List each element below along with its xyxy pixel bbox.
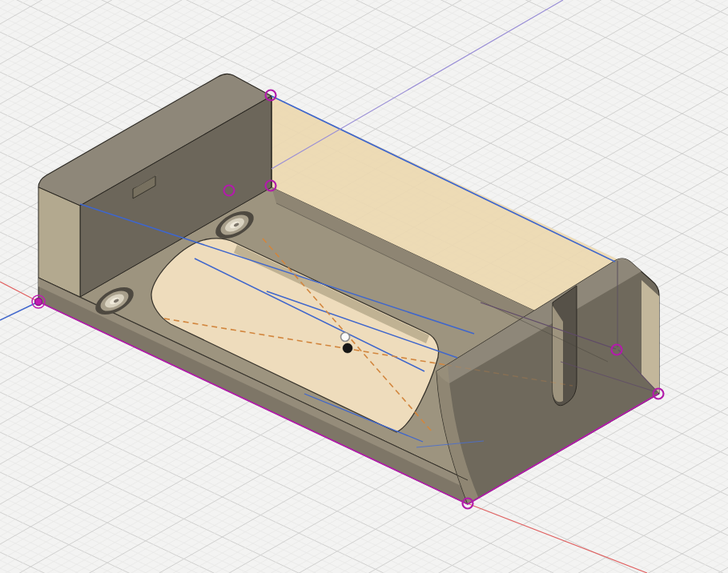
point-marker [343, 343, 352, 353]
sketch-center-point[interactable] [343, 343, 352, 353]
point-marker [35, 299, 42, 306]
slot-inner-highlight [553, 306, 563, 402]
right-wall-end-face[interactable] [642, 280, 659, 393]
point-marker [341, 333, 350, 342]
cad-viewport[interactable] [0, 0, 728, 573]
model-scene[interactable] [0, 0, 728, 573]
sketch-projected-point[interactable] [341, 333, 350, 342]
